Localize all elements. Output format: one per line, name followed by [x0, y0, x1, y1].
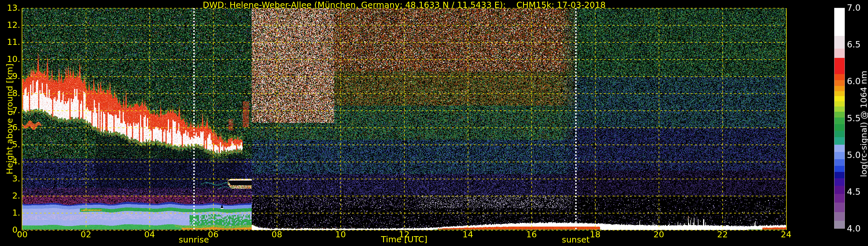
y-tick-label: 1. — [0, 208, 20, 218]
colorbar-band — [834, 36, 844, 48]
y-tick-label: 0. — [0, 225, 20, 235]
y-tick-label: 3. — [0, 174, 20, 183]
y-tick-label: 9. — [0, 71, 20, 81]
chart-title: DWD: Helene-Weber-Allee (München, German… — [22, 0, 786, 10]
colorbar-band — [834, 203, 844, 212]
colorbar-band — [834, 152, 844, 159]
colorbar-tick-label: 5.5 — [847, 113, 861, 123]
colorbar-tick-label: 6.5 — [847, 40, 861, 50]
x-tick-label: 22 — [717, 230, 728, 239]
colorbar-band — [834, 194, 844, 203]
colorbar-band — [834, 172, 844, 179]
colorbar-tick-label: 7.0 — [847, 3, 861, 13]
colorbar-tick-label: 4.0 — [847, 224, 861, 234]
colorbar-band — [834, 212, 844, 221]
y-tick-label: 6. — [0, 123, 20, 132]
colorbar-band — [834, 74, 844, 80]
ceilometer-quicklook: DWD: Helene-Weber-Allee (München, German… — [0, 0, 868, 246]
y-tick-label: 5. — [0, 140, 20, 149]
x-tick-label: 04 — [144, 230, 155, 239]
colorbar-band — [834, 112, 844, 118]
colorbar-band — [834, 124, 844, 131]
y-tick-label: 4. — [0, 157, 20, 166]
x-tick-label: 10 — [335, 230, 346, 239]
sunset-label: sunset — [562, 235, 590, 245]
colorbar-band — [834, 49, 844, 58]
colorbar-band — [834, 101, 844, 106]
colorbar-band — [834, 145, 844, 152]
heatmap-canvas — [0, 0, 868, 246]
colorbar-band — [834, 221, 844, 228]
colorbar-tick-label: 5.0 — [847, 150, 861, 160]
x-tick-label: 24 — [781, 230, 792, 239]
colorbar-band — [834, 186, 844, 194]
x-tick-label: 06 — [208, 230, 219, 239]
y-tick-label: 10. — [0, 54, 20, 64]
colorbar-band — [834, 106, 844, 112]
y-tick-label: 7. — [0, 105, 20, 115]
colorbar-band — [834, 118, 844, 124]
x-tick-label: 16 — [526, 230, 537, 239]
x-tick-label: 08 — [272, 230, 282, 239]
colorbar-band — [834, 131, 844, 137]
colorbar-band — [834, 96, 844, 101]
y-tick-label: 13. — [0, 3, 20, 13]
colorbar-band — [834, 91, 844, 96]
colorbar-tick-label: 4.5 — [847, 187, 861, 197]
x-tick-label: 12 — [399, 230, 410, 239]
colorbar-band — [834, 8, 844, 36]
colorbar-band — [834, 166, 844, 172]
colorbar-band — [834, 159, 844, 166]
y-tick-label: 11. — [0, 37, 20, 47]
colorbar-label: log(rc-signal) @ 1064 nm — [859, 71, 868, 177]
colorbar-band — [834, 178, 844, 186]
colorbar-band — [834, 86, 844, 91]
colorbar-tick-label: 6.0 — [847, 76, 861, 87]
colorbar-band — [834, 137, 844, 145]
sunrise-label: sunrise — [179, 235, 209, 245]
colorbar-band — [834, 58, 844, 74]
colorbar — [834, 8, 845, 228]
x-tick-label: 02 — [81, 230, 91, 239]
x-tick-label: 20 — [654, 230, 664, 239]
y-tick-label: 2. — [0, 191, 20, 201]
y-tick-label: 8. — [0, 89, 20, 98]
y-tick-label: 12. — [0, 20, 20, 30]
x-tick-label: 18 — [590, 230, 601, 239]
x-tick-label: 14 — [463, 230, 473, 239]
colorbar-band — [834, 80, 844, 86]
